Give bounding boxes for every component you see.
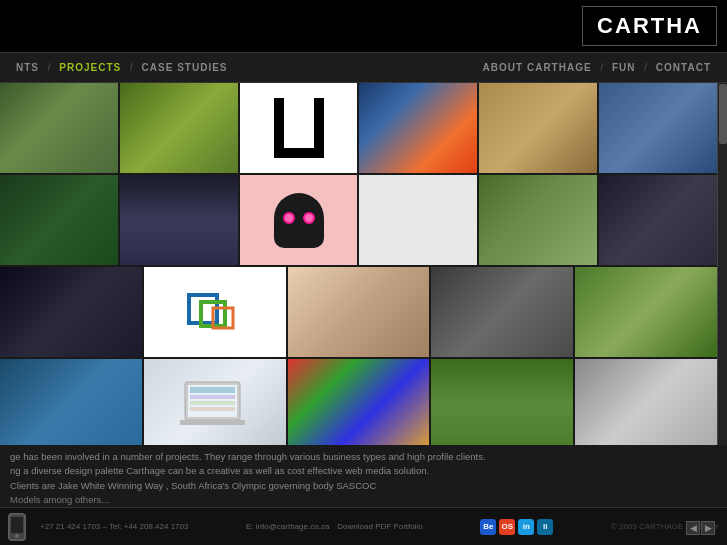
- svg-rect-8: [190, 407, 235, 411]
- nav-item-contact[interactable]: CONTACT: [650, 62, 717, 73]
- scroll-thumb[interactable]: [719, 84, 727, 144]
- grid-cell-sunset[interactable]: [359, 83, 477, 173]
- grid-cell-jungle[interactable]: [0, 175, 118, 265]
- grid-cell-caps[interactable]: [599, 175, 717, 265]
- scroll-right-arrow[interactable]: ▶: [701, 521, 715, 535]
- grid-cell-boxer[interactable]: [120, 175, 238, 265]
- grid-cell-maple[interactable]: [575, 267, 717, 357]
- grid-cell-bw-trees[interactable]: [431, 267, 573, 357]
- svg-rect-6: [190, 395, 235, 399]
- grid-cell-underpass[interactable]: [0, 267, 142, 357]
- phone-icon: [8, 513, 26, 541]
- scrollbar[interactable]: [717, 83, 727, 445]
- grid-row-3: [0, 267, 717, 357]
- grid-cell-bw-woman[interactable]: [575, 359, 717, 445]
- svg-rect-5: [190, 387, 235, 393]
- text-area: ge has been involved in a number of proj…: [0, 445, 717, 507]
- grid-row-2: [0, 175, 717, 265]
- description-line2: ng a diverse design palette Carthage can…: [10, 464, 707, 478]
- header: CARTHA: [0, 0, 727, 53]
- grid-cell-colorful[interactable]: [288, 359, 430, 445]
- logo[interactable]: CARTHA: [582, 6, 717, 46]
- description-line3: Clients are Jake White Winning Way , Sou…: [10, 479, 707, 493]
- grid-cell-sand[interactable]: [479, 83, 597, 173]
- nav-left: NTS / PROJECTS / CASE STUDIES: [10, 62, 234, 73]
- grid-cell-snake[interactable]: [0, 83, 118, 173]
- logo-u: [274, 98, 324, 158]
- nav-item-projects[interactable]: PROJECTS: [53, 62, 127, 73]
- footer-email-text[interactable]: E: info@carthage.co.za: [246, 522, 329, 531]
- scroll-left-arrow[interactable]: ◀: [686, 521, 700, 535]
- owl-eye-left: [283, 212, 295, 224]
- grid-cell-kayak[interactable]: [0, 359, 142, 445]
- nav-item-about[interactable]: ABOUT CARTHAGE: [477, 62, 598, 73]
- grid-cell-owl[interactable]: [240, 175, 358, 265]
- grid-row-1: [0, 83, 717, 173]
- owl-shape: [274, 193, 324, 248]
- grid-cell-shapes[interactable]: [144, 267, 286, 357]
- grid-cell-woman[interactable]: [288, 267, 430, 357]
- social-icons: Be OS in li: [480, 519, 553, 535]
- owl-eye-right: [303, 212, 315, 224]
- grid-cell-logo[interactable]: [240, 83, 358, 173]
- social-icon-twitter[interactable]: in: [518, 519, 534, 535]
- grid-cell-food[interactable]: [479, 175, 597, 265]
- footer-phone-text: +27 21 424 1703 – Tel: +44 208 424 1703: [40, 522, 188, 531]
- nav-item-fun[interactable]: FUN: [606, 62, 642, 73]
- grid-cell-eye[interactable]: [599, 83, 717, 173]
- grid-cell-rugby[interactable]: [120, 83, 238, 173]
- footer-download-text[interactable]: Download PDF Portfolio: [337, 522, 422, 531]
- svg-point-12: [15, 534, 19, 538]
- svg-rect-7: [190, 401, 235, 405]
- grid-area: [0, 83, 717, 445]
- shapes-icon: [187, 290, 242, 335]
- nav: NTS / PROJECTS / CASE STUDIES ABOUT CART…: [0, 53, 727, 83]
- nav-right: ABOUT CARTHAGE / FUN / CONTACT: [477, 62, 717, 73]
- social-icon-linkedin[interactable]: li: [537, 519, 553, 535]
- social-icon-os[interactable]: OS: [499, 519, 515, 535]
- nav-item-case-studies[interactable]: CASE STUDIES: [136, 62, 234, 73]
- owl-eyes: [283, 212, 315, 224]
- description-line4: Models among others...: [10, 493, 707, 507]
- social-icon-behance[interactable]: Be: [480, 519, 496, 535]
- footer: +27 21 424 1703 – Tel: +44 208 424 1703 …: [0, 507, 727, 545]
- grid-row-4: [0, 359, 717, 445]
- grid-cell-dots[interactable]: [359, 175, 477, 265]
- svg-rect-11: [11, 517, 23, 533]
- nav-arrows: ◀ ▶: [686, 521, 715, 535]
- svg-rect-9: [180, 420, 245, 425]
- nav-item-nts[interactable]: NTS: [10, 62, 45, 73]
- grid-cell-laptop[interactable]: [144, 359, 286, 445]
- description-line1: ge has been involved in a number of proj…: [10, 450, 707, 464]
- grid-cell-kallis[interactable]: [431, 359, 573, 445]
